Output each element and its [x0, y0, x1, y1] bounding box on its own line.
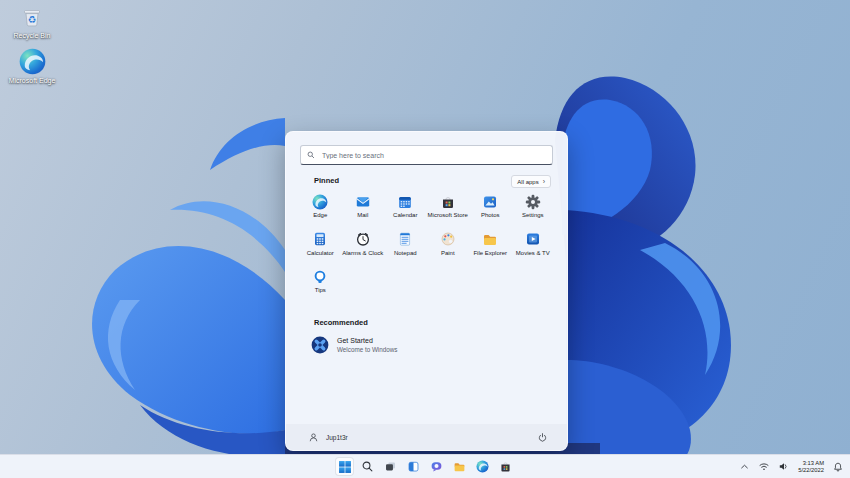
tray-date: 5/22/2022 [798, 467, 824, 474]
pinned-app-label: Calendar [393, 212, 417, 219]
chevron-up-icon [739, 461, 750, 472]
pinned-app-label: Microsoft Store [428, 212, 468, 219]
pinned-app-alarms-clock[interactable]: Alarms & Clock [342, 228, 385, 266]
chat-icon [430, 460, 443, 473]
clock-button[interactable]: 3:13 AM 5/22/2022 [795, 457, 827, 476]
taskbar: 3:13 AM 5/22/2022 [0, 454, 850, 478]
recommended-item-subtitle: Welcome to Windows [337, 346, 397, 353]
start-button[interactable] [335, 457, 354, 476]
pinned-app-label: Paint [441, 250, 455, 257]
pinned-app-photos[interactable]: Photos [469, 190, 512, 228]
user-name: Jup1t3r [326, 434, 348, 441]
svg-text:♻: ♻ [28, 14, 37, 25]
pinned-app-label: Edge [313, 212, 327, 219]
desktop-icon-microsoft-edge[interactable]: Microsoft Edge [2, 48, 62, 85]
pinned-apps-grid: Edge Mail [299, 190, 554, 303]
store-icon [499, 460, 512, 473]
edge-button[interactable] [473, 457, 492, 476]
taskbar-search-button[interactable] [358, 457, 377, 476]
store-icon [440, 193, 456, 210]
desktop: ♻ Recycle Bin Microsoft Edge [0, 0, 850, 478]
clock-icon [355, 231, 371, 248]
wifi-button[interactable] [755, 457, 773, 476]
windows-start-icon [338, 460, 352, 474]
volume-button[interactable] [775, 457, 793, 476]
pinned-app-label: File Explorer [473, 250, 507, 257]
get-started-icon [311, 336, 329, 354]
edge-icon [476, 460, 489, 473]
pinned-app-movies-tv[interactable]: Movies & TV [512, 228, 555, 266]
all-apps-button[interactable]: All apps › [511, 175, 551, 188]
pinned-app-label: Calculator [307, 250, 334, 257]
taskbar-center-icons [335, 455, 515, 478]
tray-time: 3:13 AM [803, 460, 824, 467]
calendar-icon [397, 193, 413, 210]
chat-button[interactable] [427, 457, 446, 476]
pinned-app-paint[interactable]: Paint [427, 228, 470, 266]
pinned-app-file-explorer[interactable]: File Explorer [469, 228, 512, 266]
pinned-app-calculator[interactable]: Calculator [299, 228, 342, 266]
calculator-icon [312, 231, 328, 248]
pinned-app-label: Settings [522, 212, 544, 219]
pinned-app-settings[interactable]: Settings [512, 190, 555, 228]
pinned-app-tips[interactable]: Tips [299, 265, 342, 303]
pinned-app-label: Mail [357, 212, 368, 219]
pinned-app-microsoft-store[interactable]: Microsoft Store [427, 190, 470, 228]
search-input[interactable] [320, 151, 546, 160]
search-icon [307, 151, 315, 159]
start-menu-footer: Jup1t3r [286, 424, 567, 450]
task-view-button[interactable] [381, 457, 400, 476]
recommended-item-title: Get Started [337, 337, 397, 344]
desktop-icon-label: Recycle Bin [2, 32, 62, 40]
pinned-app-label: Photos [481, 212, 500, 219]
mail-icon [355, 193, 371, 210]
system-tray: 3:13 AM 5/22/2022 [736, 455, 847, 478]
start-menu: Pinned All apps › Edge [285, 131, 568, 451]
pinned-heading: Pinned [314, 176, 339, 185]
edge-icon [312, 193, 328, 210]
start-search-box[interactable] [300, 145, 553, 165]
folder-icon [453, 460, 466, 473]
movies-tv-icon [525, 231, 541, 248]
speaker-icon [778, 461, 790, 472]
microsoft-store-button[interactable] [496, 457, 515, 476]
widgets-icon [407, 460, 420, 473]
pinned-app-edge[interactable]: Edge [299, 190, 342, 228]
pinned-app-label: Alarms & Clock [342, 250, 383, 257]
power-button[interactable] [534, 429, 551, 446]
edge-icon [19, 48, 46, 75]
notepad-icon [397, 231, 413, 248]
pinned-app-label: Movies & TV [516, 250, 550, 257]
wifi-icon [758, 461, 770, 472]
user-account-button[interactable]: Jup1t3r [302, 429, 354, 446]
power-icon [537, 432, 548, 443]
photos-icon [482, 193, 498, 210]
folder-icon [482, 231, 498, 248]
pinned-app-label: Notepad [394, 250, 417, 257]
all-apps-label: All apps [517, 179, 538, 185]
recommended-heading: Recommended [314, 318, 368, 327]
tray-overflow-button[interactable] [736, 457, 753, 476]
desktop-icon-recycle-bin[interactable]: ♻ Recycle Bin [2, 6, 62, 40]
recycle-bin-icon: ♻ [20, 6, 44, 30]
paint-palette-icon [440, 231, 456, 248]
chevron-right-icon: › [543, 179, 545, 184]
file-explorer-button[interactable] [450, 457, 469, 476]
pinned-app-calendar[interactable]: Calendar [384, 190, 427, 228]
pinned-app-mail[interactable]: Mail [342, 190, 385, 228]
search-icon [361, 460, 374, 473]
pinned-app-label: Tips [315, 287, 326, 294]
lightbulb-icon [312, 268, 328, 285]
notification-center-button[interactable] [829, 457, 847, 476]
pinned-app-notepad[interactable]: Notepad [384, 228, 427, 266]
gear-icon [525, 193, 541, 210]
notification-bell-icon [832, 461, 844, 473]
widgets-button[interactable] [404, 457, 423, 476]
user-avatar-icon [308, 432, 319, 443]
desktop-icon-label: Microsoft Edge [2, 77, 62, 85]
recommended-item-get-started[interactable]: Get Started Welcome to Windows [308, 332, 511, 358]
task-view-icon [384, 460, 397, 473]
